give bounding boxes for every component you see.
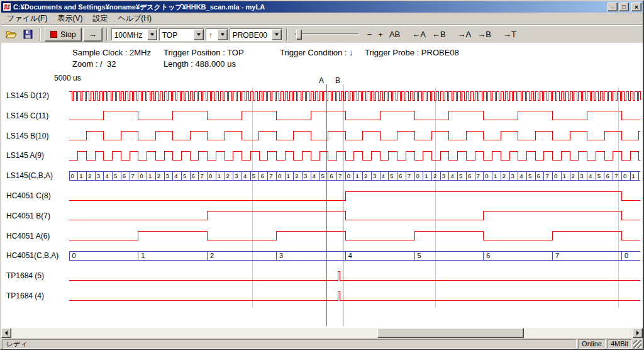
jump-left-cursor-b-button[interactable]: ←B — [429, 28, 449, 42]
bus-value: 0 — [72, 252, 76, 259]
bus-value: 4 — [348, 252, 352, 259]
bus-value: 4 — [450, 172, 453, 179]
slider-handle[interactable] — [296, 30, 302, 40]
close-button[interactable]: × — [631, 3, 641, 11]
waveform-trace — [69, 111, 640, 120]
bus-value: 7 — [338, 172, 341, 179]
scroll-right-button[interactable] — [633, 328, 643, 338]
trigger-probe-select[interactable]: PROBE00 — [230, 28, 282, 41]
toolbar-separator — [40, 28, 41, 41]
bus-value: 2 — [88, 172, 91, 179]
bus-value: 1 — [563, 172, 566, 179]
waveform-trace — [69, 191, 640, 200]
bus-value: 6 — [606, 172, 609, 179]
bus-value: 1 — [355, 172, 358, 179]
stop-button[interactable]: Stop — [45, 28, 82, 42]
floppy-disk-icon — [23, 30, 33, 39]
run-button[interactable]: → — [83, 28, 103, 42]
bus-value: 3 — [97, 172, 100, 179]
status-online: Online — [578, 339, 606, 349]
bus-value: 7 — [545, 172, 548, 179]
statusbar: レディ Online 4MBit — [1, 338, 643, 349]
bus-value: 2 — [572, 172, 575, 179]
app-icon — [3, 3, 11, 11]
zoom-slider[interactable] — [294, 28, 360, 42]
bus-value: 0 — [209, 172, 212, 179]
dropdown-button[interactable] — [147, 29, 157, 40]
horizontal-scrollbar[interactable] — [1, 328, 643, 338]
app-window: C:¥Documents and Settings¥noname¥デスクトップ¥… — [0, 0, 644, 350]
bus-value: 7 — [408, 172, 411, 179]
menu-item-file[interactable]: ファイル(F) — [2, 11, 52, 26]
jump-right-cursor-b-button[interactable]: →B — [474, 28, 494, 42]
dropdown-button[interactable] — [194, 29, 204, 40]
zoom-out-button[interactable]: − — [364, 28, 375, 42]
bus-value: 6 — [486, 252, 490, 259]
dropdown-button[interactable] — [218, 29, 228, 40]
scroll-track[interactable] — [11, 328, 633, 338]
dropdown-button[interactable] — [272, 29, 282, 40]
sample-clock-select[interactable]: 100MHz — [111, 28, 158, 41]
bus-value: 5 — [114, 172, 117, 179]
bus-value: 5 — [597, 172, 601, 179]
bus-value: 3 — [442, 172, 445, 179]
waveform-trace — [69, 151, 640, 160]
slider-groove — [295, 33, 359, 35]
bus-value: 2 — [433, 172, 436, 179]
bus-value: 6 — [468, 172, 471, 179]
toolbar-separator — [106, 28, 108, 41]
bus-value: 6 — [260, 172, 264, 179]
zoom-in-button[interactable]: + — [375, 28, 386, 42]
bus-value: 0 — [485, 172, 488, 179]
chevron-down-icon — [221, 33, 225, 36]
jump-right-cursor-a-button[interactable]: →A — [455, 28, 475, 42]
maximize-button[interactable]: □ — [619, 3, 629, 11]
bus-value: 0 — [623, 172, 626, 179]
open-file-button[interactable] — [3, 28, 19, 42]
waveform-trace — [69, 91, 640, 100]
channel-label: HC4051 A(6) — [6, 232, 50, 240]
bus-value: 6 — [537, 172, 540, 179]
bus-value: 4 — [174, 172, 177, 179]
bus-value: 3 — [235, 172, 238, 179]
bus-value: 1 — [218, 172, 221, 179]
stop-icon — [50, 31, 57, 38]
menu-item-settings[interactable]: 設定 — [87, 11, 113, 26]
channel-label: HC4051 C(8) — [6, 191, 51, 200]
toolbar-separator — [286, 28, 287, 41]
menubar: ファイル(F)表示(V)設定ヘルプ(H) — [1, 13, 643, 25]
jump-trigger-button[interactable]: →T — [500, 28, 519, 42]
chevron-down-icon — [275, 33, 279, 36]
trigger-position-select[interactable]: TOP — [159, 28, 204, 41]
waveform-display[interactable]: 5000 usLS145 D(12)LS145 C(11)LS145 B(10)… — [1, 43, 643, 328]
bus-value: 1 — [425, 172, 428, 179]
channel-label: TP1684 (5) — [6, 271, 44, 280]
bus-value: 4 — [105, 172, 108, 179]
bus-value: 4 — [519, 172, 523, 179]
bus-value: 5 — [390, 172, 393, 179]
bus-value: 3 — [580, 172, 583, 179]
bus-value: 3 — [166, 172, 169, 179]
resize-grip[interactable] — [633, 340, 641, 348]
channel-label: HC4051(C,B,A) — [6, 251, 58, 260]
bus-value: 1 — [141, 252, 145, 259]
chevron-down-icon — [150, 33, 154, 36]
menu-item-view[interactable]: 表示(V) — [52, 11, 87, 26]
cursor-ab-button[interactable]: AB — [386, 28, 403, 42]
bus-value: 0 — [625, 252, 628, 259]
menu-item-help[interactable]: ヘルプ(H) — [113, 11, 157, 26]
minimize-button[interactable]: _ — [608, 3, 618, 11]
bus-value: 3 — [511, 172, 514, 179]
sample-clock-value: 100MHz — [112, 29, 147, 40]
bus-value: 1 — [79, 172, 82, 179]
trigger-edge-select[interactable]: ↑ — [206, 28, 228, 41]
status-ready: レディ — [3, 339, 577, 349]
jump-left-cursor-a-button[interactable]: ←A — [409, 28, 429, 42]
bus-value: 1 — [287, 172, 290, 179]
waveform-trace — [69, 132, 640, 140]
scroll-thumb[interactable] — [377, 328, 524, 338]
save-file-button[interactable] — [20, 28, 36, 42]
bus-value: 4 — [382, 172, 385, 179]
scroll-left-button[interactable] — [1, 328, 11, 338]
bus-value: 0 — [278, 172, 281, 179]
